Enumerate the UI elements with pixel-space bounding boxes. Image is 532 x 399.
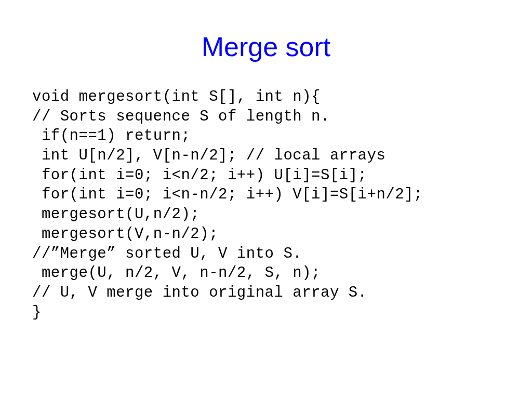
slide-container: Merge sort void mergesort(int S[], int n… (0, 0, 532, 399)
code-block: void mergesort(int S[], int n){ // Sorts… (0, 87, 532, 322)
slide-title: Merge sort (0, 31, 532, 62)
